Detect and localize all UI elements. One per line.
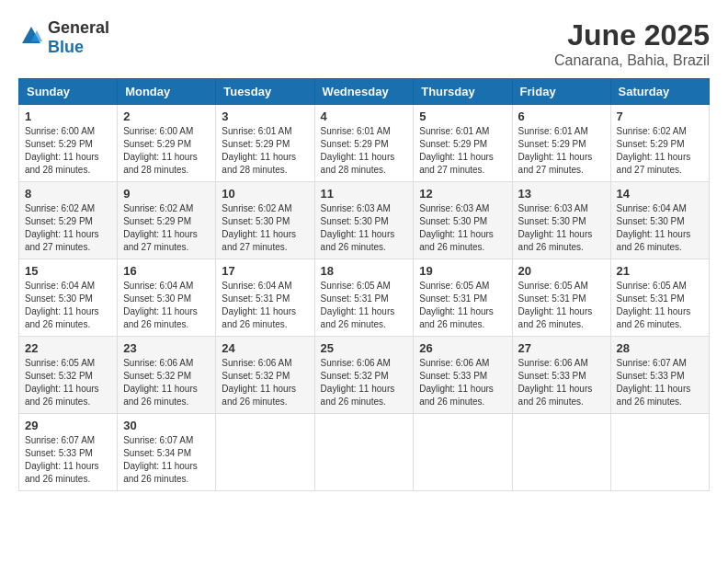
day-number: 27 xyxy=(518,341,605,355)
table-row xyxy=(216,414,314,491)
table-row: 12 Sunrise: 6:03 AM Sunset: 5:30 PM Dayl… xyxy=(414,182,512,259)
day-number: 4 xyxy=(321,109,408,123)
week-row-4: 22 Sunrise: 6:05 AM Sunset: 5:32 PM Dayl… xyxy=(19,337,710,414)
day-number: 2 xyxy=(123,109,210,123)
table-row: 24 Sunrise: 6:06 AM Sunset: 5:32 PM Dayl… xyxy=(216,337,314,414)
day-number: 25 xyxy=(321,341,408,355)
col-monday: Monday xyxy=(118,79,216,105)
week-row-3: 15 Sunrise: 6:04 AM Sunset: 5:30 PM Dayl… xyxy=(19,259,710,337)
day-number: 13 xyxy=(518,187,605,201)
title-area: June 2025 Canarana, Bahia, Brazil xyxy=(554,18,710,69)
day-info: Sunrise: 6:01 AM Sunset: 5:29 PM Dayligh… xyxy=(321,125,408,177)
table-row: 6 Sunrise: 6:01 AM Sunset: 5:29 PM Dayli… xyxy=(512,105,610,182)
col-wednesday: Wednesday xyxy=(314,79,414,105)
day-number: 30 xyxy=(123,419,210,432)
table-row: 25 Sunrise: 6:06 AM Sunset: 5:32 PM Dayl… xyxy=(314,337,414,414)
table-row: 28 Sunrise: 6:07 AM Sunset: 5:33 PM Dayl… xyxy=(610,337,709,414)
col-saturday: Saturday xyxy=(610,79,709,105)
day-info: Sunrise: 6:02 AM Sunset: 5:30 PM Dayligh… xyxy=(222,202,308,254)
day-number: 11 xyxy=(321,187,408,201)
day-info: Sunrise: 6:04 AM Sunset: 5:30 PM Dayligh… xyxy=(123,280,210,331)
table-row: 19 Sunrise: 6:05 AM Sunset: 5:31 PM Dayl… xyxy=(414,259,512,337)
header: General Blue June 2025 Canarana, Bahia, … xyxy=(18,18,710,69)
calendar-table: Sunday Monday Tuesday Wednesday Thursday… xyxy=(18,78,710,491)
day-info: Sunrise: 6:07 AM Sunset: 5:33 PM Dayligh… xyxy=(617,357,703,408)
table-row xyxy=(610,414,709,491)
table-row: 18 Sunrise: 6:05 AM Sunset: 5:31 PM Dayl… xyxy=(314,259,414,337)
day-info: Sunrise: 6:05 AM Sunset: 5:32 PM Dayligh… xyxy=(25,357,111,408)
table-row xyxy=(414,414,512,491)
day-info: Sunrise: 6:07 AM Sunset: 5:34 PM Dayligh… xyxy=(123,434,210,486)
table-row xyxy=(314,414,414,491)
week-row-1: 1 Sunrise: 6:00 AM Sunset: 5:29 PM Dayli… xyxy=(19,105,710,182)
day-number: 24 xyxy=(222,341,308,355)
day-number: 1 xyxy=(25,109,111,123)
day-number: 28 xyxy=(617,341,703,355)
day-info: Sunrise: 6:04 AM Sunset: 5:30 PM Dayligh… xyxy=(25,280,111,331)
col-tuesday: Tuesday xyxy=(216,79,314,105)
table-row: 17 Sunrise: 6:04 AM Sunset: 5:31 PM Dayl… xyxy=(216,259,314,337)
col-friday: Friday xyxy=(512,79,610,105)
day-number: 5 xyxy=(419,109,506,123)
table-row: 3 Sunrise: 6:01 AM Sunset: 5:29 PM Dayli… xyxy=(216,105,314,182)
day-info: Sunrise: 6:02 AM Sunset: 5:29 PM Dayligh… xyxy=(123,202,210,254)
day-number: 9 xyxy=(123,187,210,201)
col-sunday: Sunday xyxy=(19,79,118,105)
table-row: 21 Sunrise: 6:05 AM Sunset: 5:31 PM Dayl… xyxy=(610,259,709,337)
day-info: Sunrise: 6:03 AM Sunset: 5:30 PM Dayligh… xyxy=(419,202,506,254)
logo: General Blue xyxy=(18,18,109,57)
day-info: Sunrise: 6:05 AM Sunset: 5:31 PM Dayligh… xyxy=(617,280,703,331)
day-number: 22 xyxy=(25,341,111,355)
location-title: Canarana, Bahia, Brazil xyxy=(554,52,710,69)
day-info: Sunrise: 6:05 AM Sunset: 5:31 PM Dayligh… xyxy=(419,280,506,331)
col-thursday: Thursday xyxy=(414,79,512,105)
calendar-header-row: Sunday Monday Tuesday Wednesday Thursday… xyxy=(19,79,710,105)
day-info: Sunrise: 6:04 AM Sunset: 5:31 PM Dayligh… xyxy=(222,280,308,331)
day-info: Sunrise: 6:05 AM Sunset: 5:31 PM Dayligh… xyxy=(321,280,408,331)
table-row: 16 Sunrise: 6:04 AM Sunset: 5:30 PM Dayl… xyxy=(118,259,216,337)
table-row: 29 Sunrise: 6:07 AM Sunset: 5:33 PM Dayl… xyxy=(19,414,118,491)
day-info: Sunrise: 6:00 AM Sunset: 5:29 PM Dayligh… xyxy=(25,125,111,177)
day-number: 12 xyxy=(419,187,506,201)
table-row: 27 Sunrise: 6:06 AM Sunset: 5:33 PM Dayl… xyxy=(512,337,610,414)
day-info: Sunrise: 6:05 AM Sunset: 5:31 PM Dayligh… xyxy=(518,280,605,331)
day-info: Sunrise: 6:02 AM Sunset: 5:29 PM Dayligh… xyxy=(617,125,703,177)
logo-text: General Blue xyxy=(48,18,109,57)
table-row: 22 Sunrise: 6:05 AM Sunset: 5:32 PM Dayl… xyxy=(19,337,118,414)
table-row: 23 Sunrise: 6:06 AM Sunset: 5:32 PM Dayl… xyxy=(118,337,216,414)
day-number: 15 xyxy=(25,264,111,278)
table-row: 14 Sunrise: 6:04 AM Sunset: 5:30 PM Dayl… xyxy=(610,182,709,259)
day-number: 14 xyxy=(617,187,703,201)
table-row: 15 Sunrise: 6:04 AM Sunset: 5:30 PM Dayl… xyxy=(19,259,118,337)
day-info: Sunrise: 6:02 AM Sunset: 5:29 PM Dayligh… xyxy=(25,202,111,254)
table-row: 1 Sunrise: 6:00 AM Sunset: 5:29 PM Dayli… xyxy=(19,105,118,182)
day-number: 20 xyxy=(518,264,605,278)
day-info: Sunrise: 6:06 AM Sunset: 5:33 PM Dayligh… xyxy=(419,357,506,408)
day-number: 23 xyxy=(123,341,210,355)
day-info: Sunrise: 6:07 AM Sunset: 5:33 PM Dayligh… xyxy=(25,434,111,486)
day-number: 7 xyxy=(617,109,703,123)
day-number: 17 xyxy=(222,264,308,278)
day-info: Sunrise: 6:06 AM Sunset: 5:32 PM Dayligh… xyxy=(321,357,408,408)
day-number: 8 xyxy=(25,187,111,201)
day-info: Sunrise: 6:00 AM Sunset: 5:29 PM Dayligh… xyxy=(123,125,210,177)
day-info: Sunrise: 6:04 AM Sunset: 5:30 PM Dayligh… xyxy=(617,202,703,254)
table-row: 7 Sunrise: 6:02 AM Sunset: 5:29 PM Dayli… xyxy=(610,105,709,182)
table-row: 2 Sunrise: 6:00 AM Sunset: 5:29 PM Dayli… xyxy=(118,105,216,182)
logo-icon xyxy=(18,23,44,52)
day-info: Sunrise: 6:03 AM Sunset: 5:30 PM Dayligh… xyxy=(321,202,408,254)
day-info: Sunrise: 6:01 AM Sunset: 5:29 PM Dayligh… xyxy=(222,125,308,177)
table-row: 4 Sunrise: 6:01 AM Sunset: 5:29 PM Dayli… xyxy=(314,105,414,182)
day-number: 16 xyxy=(123,264,210,278)
table-row: 9 Sunrise: 6:02 AM Sunset: 5:29 PM Dayli… xyxy=(118,182,216,259)
day-number: 3 xyxy=(222,109,308,123)
week-row-5: 29 Sunrise: 6:07 AM Sunset: 5:33 PM Dayl… xyxy=(19,414,710,491)
table-row: 13 Sunrise: 6:03 AM Sunset: 5:30 PM Dayl… xyxy=(512,182,610,259)
day-number: 21 xyxy=(617,264,703,278)
table-row: 11 Sunrise: 6:03 AM Sunset: 5:30 PM Dayl… xyxy=(314,182,414,259)
week-row-2: 8 Sunrise: 6:02 AM Sunset: 5:29 PM Dayli… xyxy=(19,182,710,259)
day-number: 29 xyxy=(25,419,111,432)
day-number: 10 xyxy=(222,187,308,201)
day-number: 6 xyxy=(518,109,605,123)
table-row: 30 Sunrise: 6:07 AM Sunset: 5:34 PM Dayl… xyxy=(118,414,216,491)
